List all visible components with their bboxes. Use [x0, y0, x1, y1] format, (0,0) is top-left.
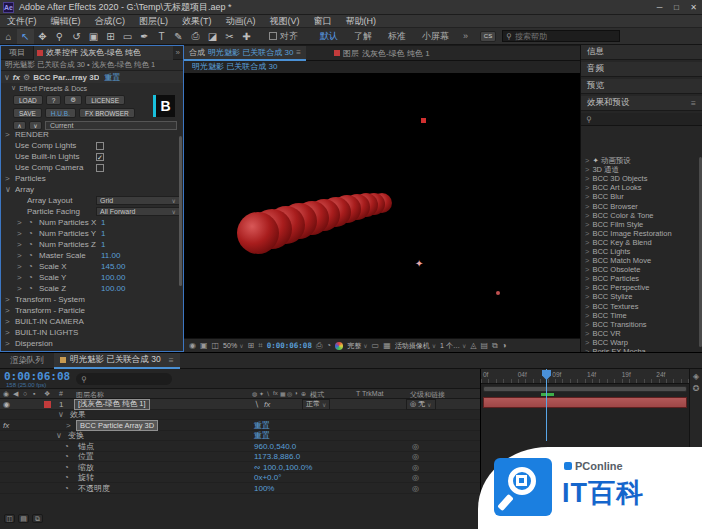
category-4[interactable]: >BCC Blur — [581, 192, 698, 201]
twirl-icon[interactable]: > — [5, 317, 10, 326]
help-search-input[interactable] — [515, 32, 615, 41]
effects-presets-panel-header[interactable]: 效果和预设 ≡ — [581, 96, 702, 111]
category-7[interactable]: >BCC Film Style — [581, 220, 698, 229]
effect-twirl-icon[interactable]: ∨ — [4, 73, 10, 82]
twirl-icon[interactable]: ∨ — [56, 431, 62, 442]
workspace-1[interactable]: 了解 — [346, 30, 380, 43]
keyframe-button[interactable]: ◎ — [412, 483, 419, 494]
reset-link[interactable]: 重置 — [254, 420, 270, 431]
stopwatch-icon[interactable]: ◔ — [28, 218, 33, 227]
layer-name[interactable]: [浅灰色-绿色 纯色 1] — [74, 399, 150, 410]
menu-item-2[interactable]: 合成(C) — [88, 15, 133, 28]
twirl-icon[interactable]: > — [585, 292, 589, 301]
twirl-icon[interactable]: > — [585, 238, 589, 247]
brush-tool-icon[interactable]: ✎ — [170, 29, 187, 44]
property-value[interactable]: 1173.8,886.0 — [254, 452, 300, 463]
cc-sync-icon[interactable]: CS — [480, 31, 496, 42]
workspace-3[interactable]: 小屏幕 — [414, 30, 457, 43]
workspace-overflow-icon[interactable]: » — [457, 31, 474, 41]
time-ruler[interactable]: 0f04f09f14f19f24f — [481, 369, 689, 384]
expand-transfer-controls-button[interactable]: ▤ — [18, 514, 29, 523]
twirl-icon[interactable]: > — [585, 338, 589, 347]
stopwatch-icon[interactable]: ◔ — [64, 462, 69, 473]
timeline-search-input[interactable] — [90, 376, 168, 383]
snap-toggle[interactable]: 对齐 — [269, 30, 298, 43]
mask-visibility-icon[interactable]: ◫ — [212, 341, 220, 350]
roi-icon[interactable]: ▭ — [372, 341, 380, 350]
preview-panel-header[interactable]: 预览 — [581, 79, 702, 94]
twirl-icon[interactable]: > — [5, 339, 10, 348]
twirl-icon[interactable]: > — [585, 156, 589, 165]
timeline-search[interactable]: ⚲ — [76, 373, 172, 385]
category-15[interactable]: >BCC Stylize — [581, 292, 698, 301]
twirl-icon[interactable]: > — [17, 284, 22, 293]
video-visibility-icon[interactable]: ◉ — [3, 399, 10, 410]
preset-button-1[interactable]: H.U.B. — [45, 108, 76, 118]
twirl-icon[interactable]: > — [17, 240, 22, 249]
keyframe-button[interactable]: ◎ — [412, 462, 419, 473]
menu-item-7[interactable]: 窗口 — [307, 15, 339, 28]
preset-button-load[interactable]: LOAD — [13, 95, 43, 105]
keyframe-button[interactable]: ◎ — [412, 473, 419, 484]
work-area-bar[interactable] — [483, 386, 687, 392]
stopwatch-icon[interactable]: ◔ — [28, 273, 33, 282]
timeline-row-1[interactable]: ∨效果 — [0, 410, 480, 421]
timeline-row-4[interactable]: ◔锚点960.0,540.0◎ — [0, 441, 480, 452]
maximize-button[interactable]: □ — [668, 0, 685, 14]
category-18[interactable]: >BCC Transitions — [581, 320, 698, 329]
snap-checkbox[interactable] — [269, 32, 277, 40]
twirl-icon[interactable]: > — [585, 256, 589, 265]
tab-layer[interactable]: 图层 浅灰色-绿色 纯色 1 — [328, 46, 436, 61]
menu-item-4[interactable]: 效果(T) — [175, 15, 219, 28]
workspace-2[interactable]: 标准 — [380, 30, 414, 43]
info-panel-header[interactable]: 信息 — [581, 45, 702, 60]
quality-icon[interactable]: ∖ — [266, 390, 270, 397]
category-17[interactable]: >BCC Time — [581, 311, 698, 320]
solo-icon[interactable]: ○ — [23, 390, 27, 397]
category-13[interactable]: >BCC Particles — [581, 274, 698, 283]
category-20[interactable]: >BCC Warp — [581, 338, 698, 347]
shy-column-icon[interactable]: ❖ — [44, 390, 50, 398]
collapse-icon[interactable]: ✦ — [259, 390, 264, 397]
property-value[interactable]: 960.0,540.0 — [254, 441, 296, 452]
show-channel-icon[interactable] — [335, 342, 343, 350]
category-14[interactable]: >BCC Perspective — [581, 283, 698, 292]
snapshot-icon[interactable]: ⎙ — [316, 341, 322, 351]
expand-layer-switches-button[interactable]: ◫ — [4, 514, 15, 523]
presets-twirl-icon[interactable]: ∨ — [11, 84, 16, 92]
twirl-icon[interactable]: > — [585, 192, 589, 201]
effects-presets-search[interactable]: ⚲ — [581, 113, 702, 126]
type-tool-icon[interactable]: T — [153, 29, 170, 44]
timeline-row-7[interactable]: ◔旋转0x+0.0°◎ — [0, 473, 480, 484]
view-layout-dropdown[interactable]: 1 个…∨ — [440, 341, 466, 351]
shape-tool-icon[interactable]: ▭ — [119, 29, 136, 44]
property-value[interactable]: ∾ 100.0,100.0% — [254, 462, 312, 473]
twirl-icon[interactable]: > — [17, 251, 22, 260]
preset-button-license[interactable]: LICENSE — [85, 95, 125, 105]
minimize-button[interactable]: ─ — [651, 0, 668, 14]
tab-project[interactable]: 项目 — [1, 47, 33, 58]
tab-effect-controls[interactable]: 效果控件 浅灰色-绿色 纯色 — [33, 46, 173, 60]
pen-tool-icon[interactable]: ✒ — [136, 29, 153, 44]
menu-item-3[interactable]: 图层(L) — [132, 15, 175, 28]
preset-button-0[interactable]: SAVE — [13, 108, 42, 118]
preset-next-button[interactable]: ∨ — [29, 121, 42, 130]
effect-presets-header[interactable]: ∨ Effect Presets & Docs — [1, 83, 183, 93]
effects-search-input[interactable] — [595, 116, 685, 123]
preset-prev-button[interactable]: ∧ — [13, 121, 26, 130]
twirl-icon[interactable]: > — [5, 328, 10, 337]
category-19[interactable]: >BCC VR — [581, 329, 698, 338]
audio-panel-header[interactable]: 音频 — [581, 62, 702, 77]
composition-panel-menu-icon[interactable]: ≡ — [296, 48, 301, 57]
twirl-icon[interactable]: > — [585, 220, 589, 229]
show-snapshot-icon[interactable]: ◔ — [326, 341, 331, 350]
twirl-icon[interactable]: ∨ — [58, 410, 64, 421]
twirl-icon[interactable]: > — [585, 174, 589, 183]
clone-stamp-tool-icon[interactable]: ⎙ — [187, 29, 204, 44]
twirl-icon[interactable]: > — [17, 218, 22, 227]
menu-item-1[interactable]: 编辑(E) — [44, 15, 88, 28]
stopwatch-icon[interactable]: ◔ — [28, 262, 33, 271]
stopwatch-icon[interactable]: ◔ — [64, 473, 69, 484]
twirl-icon[interactable]: > — [17, 229, 22, 238]
mode-dropdown[interactable]: 正常∨ — [302, 399, 330, 410]
